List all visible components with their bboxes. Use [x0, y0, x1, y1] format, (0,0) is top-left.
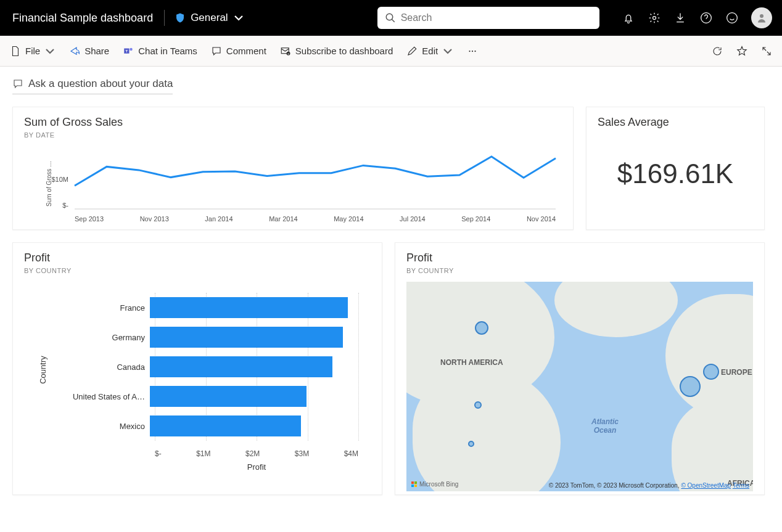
fullscreen-button[interactable] — [761, 46, 772, 57]
star-icon — [736, 46, 747, 57]
svg-point-3 — [701, 13, 712, 23]
edit-label: Edit — [422, 46, 438, 56]
help-button[interactable] — [699, 11, 713, 25]
chat-teams-button[interactable]: T Chat in Teams — [123, 46, 197, 57]
bar-track — [150, 296, 358, 319]
bar-category-label: Mexico — [57, 422, 150, 431]
map-bubble-mexico[interactable] — [468, 441, 474, 447]
bar-fill[interactable] — [150, 327, 343, 348]
bing-logo: Microsoft Bing — [411, 481, 458, 488]
svg-text:T: T — [126, 49, 128, 52]
smiley-icon — [726, 12, 738, 24]
separator — [164, 10, 165, 26]
share-icon — [69, 46, 80, 57]
svg-rect-16 — [411, 481, 414, 484]
app-header: Financial Sample dashboard General — [0, 0, 782, 36]
tile-title: Profit — [24, 252, 371, 264]
line-plot — [75, 150, 556, 209]
map-bubble-germany[interactable] — [703, 364, 719, 380]
tile-title: Profit — [406, 252, 753, 264]
dashboard-canvas: Ask a question about your data Sum of Gr… — [0, 67, 782, 504]
comment-button[interactable]: Comment — [211, 46, 266, 57]
xtick: $4M — [344, 449, 358, 458]
x-axis-label: Profit — [155, 462, 358, 472]
bar-row: France — [57, 295, 358, 321]
bar-fill[interactable] — [150, 356, 332, 377]
feedback-button[interactable] — [725, 11, 739, 25]
search-input[interactable] — [401, 12, 592, 23]
tile-subtitle: BY COUNTRY — [24, 267, 371, 274]
xtick: Nov 2014 — [527, 215, 556, 223]
svg-rect-17 — [414, 481, 417, 484]
bar-rows: FranceGermanyCanadaUnited States of A…Me… — [57, 293, 358, 441]
search-box[interactable] — [377, 7, 599, 29]
pencil-icon — [406, 46, 418, 57]
tile-profit-bar[interactable]: Profit BY COUNTRY Country FranceGermanyC… — [12, 242, 382, 495]
subscribe-button[interactable]: + Subscribe to dashboard — [280, 46, 393, 57]
bar-row: Canada — [57, 354, 358, 380]
bar-track — [150, 325, 358, 349]
terms-link[interactable]: Terms — [733, 482, 749, 489]
bar-fill[interactable] — [150, 415, 301, 436]
xtick: Sep 2014 — [461, 215, 490, 223]
xtick: Sep 2013 — [75, 215, 104, 223]
favorite-button[interactable] — [736, 46, 747, 57]
ytick: $10M — [44, 176, 68, 183]
search-wrap — [377, 7, 599, 29]
gear-icon — [648, 12, 661, 24]
map-label-atlantic: Atlantic Ocean — [591, 417, 619, 435]
qna-input[interactable]: Ask a question about your data — [12, 75, 173, 94]
bar-category-label: France — [57, 303, 150, 313]
gridline — [358, 293, 359, 441]
refresh-button[interactable] — [712, 46, 723, 57]
map-bubble-france[interactable] — [680, 376, 701, 397]
map-land — [554, 282, 678, 337]
svg-point-12 — [469, 50, 471, 51]
bar-track — [150, 385, 358, 408]
map-bubble-canada[interactable] — [475, 321, 488, 335]
xtick: $3M — [295, 449, 309, 458]
map-label-eu: EUROPE — [721, 368, 752, 377]
file-label: File — [25, 46, 40, 56]
tile-gross-sales[interactable]: Sum of Gross Sales BY DATE Sum of Gross … — [12, 107, 574, 230]
bar-track — [150, 355, 358, 379]
bar-fill[interactable] — [150, 386, 307, 407]
chevron-down-icon — [44, 46, 56, 57]
svg-point-14 — [475, 50, 476, 51]
subscribe-label: Subscribe to dashboard — [295, 46, 393, 56]
svg-point-4 — [727, 13, 738, 23]
svg-text:+: + — [287, 52, 289, 55]
file-icon — [10, 46, 21, 57]
profile-avatar[interactable] — [751, 7, 772, 28]
svg-point-5 — [760, 14, 763, 18]
comment-label: Comment — [226, 46, 266, 56]
map-bubble-usa[interactable] — [474, 401, 482, 409]
download-button[interactable] — [673, 11, 687, 25]
bar-row: United States of A… — [57, 383, 358, 409]
download-icon — [674, 12, 686, 24]
x-ticks: $-$1M$2M$3M$4M — [155, 449, 358, 458]
map-land — [672, 399, 753, 491]
share-label: Share — [84, 46, 109, 56]
notifications-button[interactable] — [622, 11, 635, 25]
ellipsis-icon — [467, 46, 478, 57]
file-menu[interactable]: File — [10, 46, 56, 57]
more-options-button[interactable] — [467, 46, 478, 57]
chevron-down-icon — [233, 12, 244, 23]
sensitivity-dropdown[interactable]: General — [171, 12, 247, 24]
settings-button[interactable] — [648, 11, 661, 25]
osm-link[interactable]: © OpenStreetMap — [681, 482, 731, 489]
edit-menu[interactable]: Edit — [406, 46, 453, 57]
map-attribution-text: © 2023 TomTom, © 2023 Microsoft Corporat… — [549, 482, 681, 489]
qna-placeholder: Ask a question about your data — [28, 78, 173, 90]
chat-label: Chat in Teams — [138, 46, 197, 56]
bar-category-label: Germany — [57, 333, 150, 342]
map-canvas[interactable]: NORTH AMERICA EUROPE AFRICA Atlantic Oce… — [406, 282, 753, 491]
tile-sales-average[interactable]: Sales Average $169.61K — [586, 107, 765, 230]
command-bar: File Share T Chat in Teams Comment + Sub… — [0, 36, 782, 67]
share-button[interactable]: Share — [69, 46, 109, 57]
xtick: $- — [155, 449, 162, 458]
bar-fill[interactable] — [150, 297, 348, 318]
tile-profit-map[interactable]: Profit BY COUNTRY NORTH AMERICA EUROPE A… — [395, 242, 765, 495]
svg-point-0 — [386, 14, 393, 20]
